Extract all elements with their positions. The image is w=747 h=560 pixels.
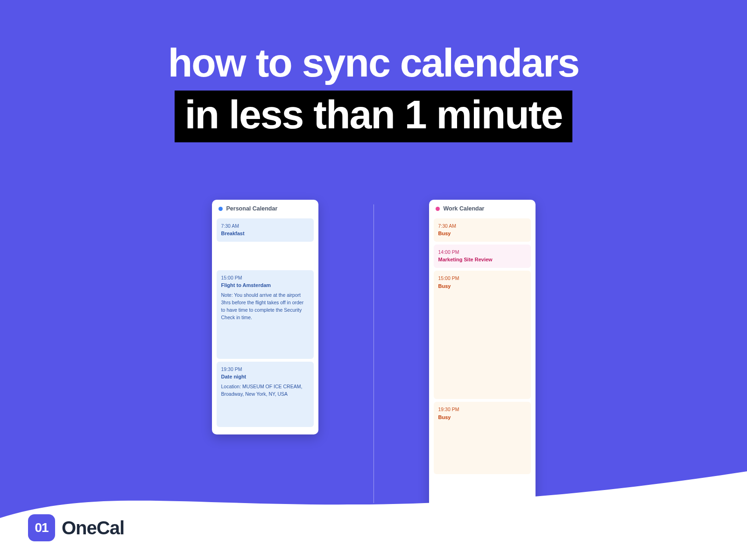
event-item[interactable]: 19:30 PM Date night Location: MUSEUM OF … [217,362,314,427]
headline-line-1: how to sync calendars [0,40,747,86]
event-item[interactable]: 15:00 PM Busy [434,271,531,399]
event-time: 7:30 AM [221,223,309,230]
work-calendar-title: Work Calendar [444,205,485,212]
event-body: Location: MUSEUM OF ICE CREAM, Broadway,… [221,383,309,398]
logo-badge-icon: 01 [28,514,55,541]
event-item[interactable]: 15:00 PM Flight to Amsterdam Note: You s… [217,270,314,359]
brand-logo[interactable]: 01 OneCal [28,514,124,541]
event-title: Busy [438,283,526,290]
personal-calendar-header: Personal Calendar [217,204,314,214]
personal-calendar-card: Personal Calendar 7:30 AM Breakfast 15:0… [212,200,318,434]
wave-decoration [0,457,747,560]
event-title: Breakfast [221,230,309,238]
event-time: 15:00 PM [221,274,309,281]
event-body: Note: You should arrive at the airport 3… [221,292,309,321]
logo-badge-text: 01 [35,520,48,535]
event-item[interactable]: 7:30 AM Breakfast [217,218,314,242]
event-item[interactable]: 14:00 PM Marketing Site Review [434,245,531,268]
event-title: Marketing Site Review [438,256,526,264]
event-time: 15:00 PM [438,275,526,282]
dot-icon [436,207,440,211]
event-item[interactable]: 7:30 AM Busy [434,218,531,242]
brand-name: OneCal [62,518,124,539]
event-title: Busy [438,230,526,238]
event-time: 14:00 PM [438,249,526,256]
personal-calendar-title: Personal Calendar [226,205,278,212]
headline-line-2: in less than 1 minute [175,91,573,142]
event-title: Flight to Amsterdam [221,282,309,289]
dot-icon [218,207,223,211]
event-time: 19:30 PM [438,406,526,413]
event-time: 7:30 AM [438,223,526,230]
event-time: 19:30 PM [221,366,309,373]
work-calendar-header: Work Calendar [434,204,531,214]
spacer [217,245,314,270]
event-title: Busy [438,414,526,421]
hero-headline: how to sync calendars in less than 1 min… [0,40,747,142]
event-title: Date night [221,373,309,381]
